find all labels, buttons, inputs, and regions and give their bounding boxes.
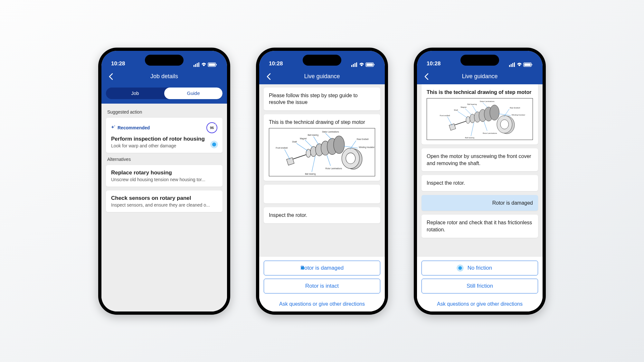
inspect-card: Inspect the rotor. [421,175,538,191]
pulse-indicator-icon [210,141,218,148]
open-motor-text: Open the motor by unscrewing the front c… [427,153,533,167]
screen-1: 10:28 Job details Job Guide Suggested ac… [101,51,227,311]
inspect-text: Inspect the rotor. [427,180,533,187]
footer-area: No friction Still friction Ask questions… [417,257,543,311]
recommended-badge: Recommended [111,125,150,130]
option-no-friction-button[interactable]: No friction [421,261,538,275]
footer-area: Rotor is damaged Rotor is intact Ask que… [259,257,385,311]
nav-bar: Job details [101,69,227,84]
content-area: Suggested action Recommended 96 Perform … [101,104,227,311]
screen-3: 10:28 Live guidance This is the technica… [417,51,543,311]
replace-rotor-card: Replace rotor and check that it has fric… [421,215,538,237]
drawing-card: This is the technical drawing of step mo… [264,114,380,181]
motor-diagram-icon [269,128,375,176]
status-time: 10:28 [269,60,283,67]
content-area: Please follow this step by step guide to… [259,84,385,257]
option-still-friction-button[interactable]: Still friction [421,279,538,293]
segmented-control-row: Job Guide [101,84,227,104]
phone-frame-2: 10:28 Live guidance Please follow this s… [256,48,388,315]
technical-drawing [269,128,375,176]
back-button[interactable] [422,72,431,81]
recommended-badge-text: Recommended [118,125,150,130]
confidence-score: 96 [210,126,214,130]
page-title: Job details [150,73,178,80]
section-alternatives-label: Alternatives [107,157,221,162]
tab-job[interactable]: Job [106,88,164,99]
technical-drawing [427,98,533,140]
sparkle-icon [111,125,116,130]
status-indicators [194,62,217,67]
ask-questions-link[interactable]: Ask questions or give other directions [417,299,543,311]
chevron-left-icon [107,72,115,81]
user-response-card: Rotor is damaged [421,195,538,211]
alt1-subtitle: Unscrew old housing tension new housing … [111,177,217,182]
back-button[interactable] [107,72,116,81]
ask-questions-link[interactable]: Ask questions or give other directions [259,299,385,311]
segmented-control: Job Guide [106,88,223,99]
inspect-text: Inspect the rotor. [269,212,375,219]
option-rotor-intact-button[interactable]: Rotor is intact [264,279,380,293]
inspect-card: Inspect the rotor. [264,207,380,223]
page-title: Live guidance [304,73,340,80]
phone-frame-1: 10:28 Job details Job Guide Suggested ac… [98,48,230,315]
option-rotor-damaged-button[interactable]: Rotor is damaged [264,261,380,275]
option2-label: Still friction [467,283,493,289]
replace-text: Replace rotor and check that it has fric… [427,219,533,233]
status-indicators [351,62,375,67]
nav-bar: Live guidance [259,69,385,84]
selection-dot-icon [301,266,304,270]
open-motor-card: Open the motor by unscrewing the front c… [421,148,538,171]
recommended-title: Perform inspection of rotor housing [111,136,217,142]
drawing-caption: This is the technical drawing of step mo… [427,89,533,96]
alternative-card-2[interactable]: Check sensors on rotary panel Inspect se… [106,190,223,212]
confidence-ring: 96 [206,122,217,133]
option1-label: Rotor is damaged [300,265,344,271]
status-time: 10:28 [111,60,125,67]
chevron-left-icon [265,72,273,81]
drawing-caption: This is the technical drawing of step mo… [269,119,375,126]
section-suggested-label: Suggested action [107,109,221,115]
alternative-card-1[interactable]: Replace rotary housing Unscrew old housi… [106,165,223,187]
recommended-card[interactable]: Recommended 96 Perform inspection of rot… [106,118,223,153]
alt2-subtitle: Inspect sensors, and ensure they are cle… [111,202,217,208]
status-bar: 10:28 [417,51,543,69]
phone-frame-3: 10:28 Live guidance This is the technica… [414,48,546,315]
recommended-subtitle: Look for warp and other damage [111,143,217,148]
intro-card: Please follow this step by step guide to… [264,88,380,110]
tab-guide[interactable]: Guide [164,88,223,99]
screen-2: 10:28 Live guidance Please follow this s… [259,51,385,311]
response-text: Rotor is damaged [427,200,533,207]
empty-card [264,185,380,203]
intro-text: Please follow this step by step guide to… [269,92,375,106]
drawing-card: This is the technical drawing of step mo… [421,84,538,145]
status-bar: 10:28 [259,51,385,69]
status-time: 10:28 [427,60,440,67]
chevron-left-icon [423,72,431,81]
content-area: This is the technical drawing of step mo… [417,84,543,257]
page-title: Live guidance [462,73,497,80]
nav-bar: Live guidance [417,69,543,84]
motor-diagram-icon [427,98,533,140]
ask-link-text: Ask questions or give other directions [279,301,365,307]
alt1-title: Replace rotary housing [111,170,217,176]
option1-label: No friction [468,265,492,271]
status-bar: 10:28 [101,51,227,69]
status-indicators [509,62,533,67]
pulse-indicator-icon [457,265,464,272]
ask-link-text: Ask questions or give other directions [437,301,523,307]
option2-label: Rotor is intact [305,283,339,289]
back-button[interactable] [264,72,273,81]
alt2-title: Check sensors on rotary panel [111,195,217,201]
